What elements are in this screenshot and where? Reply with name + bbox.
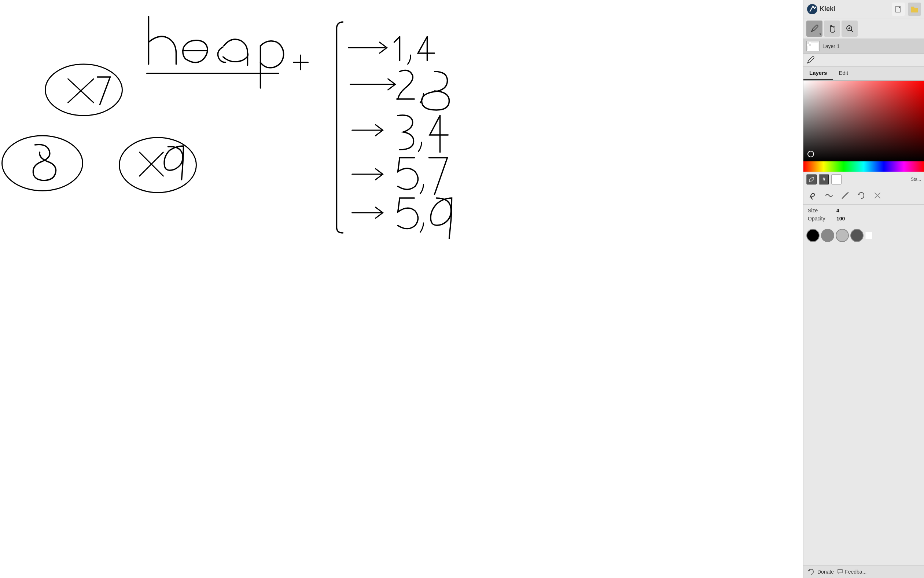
pen-icon xyxy=(810,24,819,33)
sidebar-header: Kleki xyxy=(803,0,924,18)
canvas-area[interactable] xyxy=(0,0,803,578)
layer-preview-icon xyxy=(807,42,819,50)
new-doc-icon xyxy=(895,5,902,13)
hex-input-button[interactable]: # xyxy=(819,174,829,185)
zoom-in-button[interactable] xyxy=(841,21,858,37)
color-gradient-canvas[interactable] xyxy=(803,81,924,161)
layer-panel: Layer 1 xyxy=(803,39,924,54)
panel-tabs: Layers Edit xyxy=(803,67,924,81)
drawing-canvas[interactable] xyxy=(0,0,803,578)
tab-edit[interactable]: Edit xyxy=(833,67,854,80)
eyedropper-button[interactable] xyxy=(806,174,817,185)
tool-bar: ▼ xyxy=(803,18,924,39)
new-document-button[interactable] xyxy=(892,3,905,16)
svg-rect-10 xyxy=(809,42,811,44)
size-label: Size xyxy=(808,208,833,213)
app-title: Kleki xyxy=(820,5,835,13)
color-swatches xyxy=(803,227,924,244)
brush-angle-icon xyxy=(841,191,850,200)
layer-thumbnail xyxy=(806,41,820,51)
brush-type-row xyxy=(803,187,924,205)
kleki-logo-icon xyxy=(806,3,818,15)
size-opacity-panel: Size 4 Opacity 100 xyxy=(803,205,924,227)
svg-point-4 xyxy=(807,4,817,14)
pen-tool-button[interactable]: ▼ xyxy=(806,21,822,37)
folder-icon xyxy=(910,5,919,13)
swatch-dark-gray[interactable] xyxy=(850,229,864,242)
app-logo: Kleki xyxy=(806,3,835,15)
donate-label: Donate xyxy=(817,569,834,575)
opacity-label: Opacity xyxy=(808,216,833,221)
size-value: 4 xyxy=(837,208,839,213)
swatch-light-gray[interactable] xyxy=(836,229,849,242)
color-input-row: # Sta... xyxy=(803,172,924,187)
sidebar: Kleki ▼ xyxy=(803,0,924,578)
transparent-swatch[interactable] xyxy=(865,232,872,239)
pen-tool-dropdown-indicator: ▼ xyxy=(819,32,822,36)
feedback-label: Feedba... xyxy=(845,569,866,575)
zoom-in-icon xyxy=(845,24,854,33)
swatch-gray[interactable] xyxy=(821,229,834,242)
brush-wave-icon xyxy=(825,191,833,200)
tab-layers[interactable]: Layers xyxy=(803,67,833,80)
hue-slider[interactable] xyxy=(803,161,924,172)
hex-symbol: # xyxy=(822,176,825,182)
feedback-icon xyxy=(837,568,843,575)
brush-angle-button[interactable] xyxy=(838,189,852,202)
undo-footer-button[interactable] xyxy=(808,568,814,575)
brush-extra-button[interactable] xyxy=(871,189,884,202)
swatch-black[interactable] xyxy=(806,229,820,242)
status-text: Sta... xyxy=(911,177,921,182)
donate-button[interactable]: Donate xyxy=(817,569,834,575)
feedback-button[interactable]: Feedba... xyxy=(837,568,866,575)
brush-undo-button[interactable] xyxy=(855,189,868,202)
size-row: Size 4 xyxy=(808,208,919,213)
svg-rect-9 xyxy=(807,42,809,44)
eyedropper-icon xyxy=(809,177,814,182)
hand-tool-button[interactable] xyxy=(824,21,840,37)
pen-icon-row xyxy=(803,54,924,67)
color-preview-swatch xyxy=(831,174,841,185)
brush-x-icon xyxy=(873,191,882,200)
folder-button[interactable] xyxy=(908,3,921,16)
svg-rect-11 xyxy=(807,44,809,46)
svg-rect-0 xyxy=(0,0,803,578)
opacity-row: Opacity 100 xyxy=(808,216,919,221)
pen-small-icon xyxy=(806,56,814,64)
brush-s-icon xyxy=(809,191,817,200)
undo-icon xyxy=(857,191,866,200)
brush-wave-button[interactable] xyxy=(822,189,836,202)
brush-s-button[interactable] xyxy=(806,189,820,202)
sidebar-footer: Donate Feedba... xyxy=(803,565,924,578)
color-picker[interactable] xyxy=(803,81,924,161)
opacity-value: 100 xyxy=(837,216,845,221)
svg-rect-12 xyxy=(809,44,811,46)
layer-name: Layer 1 xyxy=(822,43,921,49)
hand-icon xyxy=(828,24,837,33)
undo-footer-icon xyxy=(808,568,814,575)
